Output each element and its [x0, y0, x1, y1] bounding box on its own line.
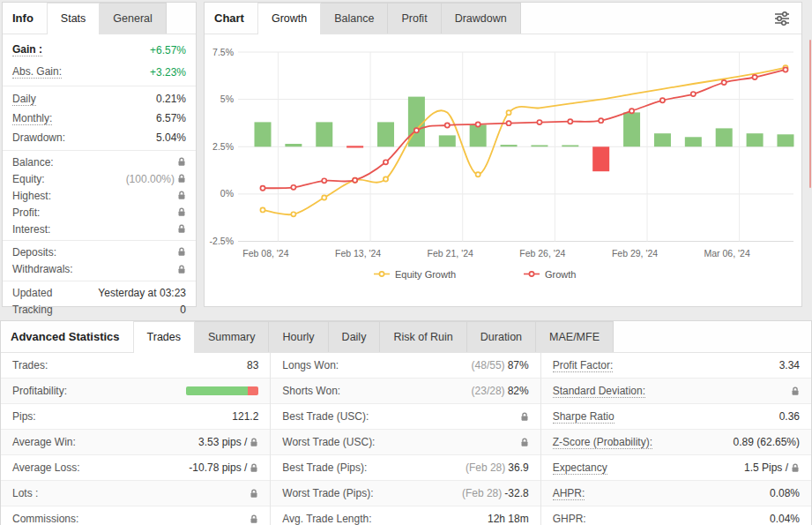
tab-growth[interactable]: Growth — [257, 3, 321, 34]
tab-general[interactable]: General — [99, 3, 166, 34]
stat-label[interactable]: Abs. Gain: — [12, 65, 62, 79]
svg-text:Feb 08, '24: Feb 08, '24 — [242, 248, 288, 259]
info-group: Daily0.21%Monthly:6.57%Drawdown:5.04% — [3, 86, 196, 150]
stat-value — [520, 438, 529, 447]
stat-value: 0.89 (62.65%) — [734, 436, 800, 448]
stat-row: Profitability: — [1, 379, 270, 404]
stat-value: 12h 18m — [488, 513, 529, 525]
legend-equity-growth: Equity Growth — [395, 269, 456, 280]
stat-label: Average Loss: — [12, 461, 80, 474]
info-group: Deposits:Withdrawals: — [3, 240, 196, 281]
stat-row: Daily0.21% — [3, 89, 196, 109]
stat-label: Lots : — [12, 487, 38, 499]
stat-value — [177, 247, 186, 257]
stat-value — [177, 265, 186, 274]
svg-text:Feb 29, '24: Feb 29, '24 — [612, 248, 658, 259]
svg-text:Feb 13, '24: Feb 13, '24 — [335, 248, 381, 259]
stat-value: Yesterday at 03:23 — [98, 287, 186, 299]
tab-risk-of-ruin[interactable]: Risk of Ruin — [379, 321, 466, 352]
lock-icon — [791, 386, 800, 396]
stat-label: Avg. Trade Length: — [282, 513, 371, 525]
tab-summary[interactable]: Summary — [194, 321, 269, 352]
tab-trades[interactable]: Trades — [133, 321, 195, 353]
stat-value — [250, 514, 258, 524]
stat-label: Equity: — [12, 173, 45, 185]
info-panel-title: Info — [3, 11, 48, 25]
stat-row: Sharpe Ratio0.36 — [541, 404, 811, 430]
stat-row: Worst Trade (USC): — [271, 430, 540, 455]
tab-profit[interactable]: Profit — [387, 3, 441, 34]
stat-value: 0 — [180, 304, 186, 316]
stat-label: Profitability: — [12, 385, 67, 397]
growth-chart-svg: 7.5%5%2.5%0%-2.5%Feb 08, '24Feb 13, '24F… — [205, 34, 801, 306]
daily-bar — [747, 133, 764, 146]
stat-value — [186, 386, 258, 395]
stat-label[interactable]: GHPR: — [553, 513, 586, 525]
stat-value: 83 — [247, 359, 258, 371]
tab-duration[interactable]: Duration — [466, 321, 536, 352]
svg-text:Mar 06, '24: Mar 06, '24 — [704, 248, 750, 259]
stat-label: Withdrawals: — [12, 263, 73, 275]
stat-row: Profit: — [3, 204, 196, 221]
stat-row: Abs. Gain:+3.23% — [3, 61, 196, 83]
stat-value: 121.2 — [232, 410, 258, 423]
daily-bar — [470, 124, 487, 146]
stat-label[interactable]: Expectancy — [553, 461, 607, 475]
stats-tabstrip: Advanced Statistics TradesSummaryHourlyD… — [1, 321, 811, 353]
stat-value: 0.21% — [156, 93, 186, 105]
stat-row: Highest: — [3, 187, 196, 204]
stat-label[interactable]: Profit Factor: — [553, 359, 614, 372]
stat-row: Gain :+6.57% — [3, 39, 196, 61]
lock-icon — [520, 438, 529, 447]
stat-value: (Feb 28) 36.9 — [466, 461, 529, 474]
chart-settings-icon[interactable] — [773, 11, 801, 26]
stat-row: Tracking0 — [3, 302, 196, 319]
info-tabstrip: Info StatsGeneral — [3, 3, 196, 34]
info-group: Gain :+6.57%Abs. Gain:+3.23% — [3, 34, 196, 86]
daily-bar — [439, 135, 456, 146]
tab-daily[interactable]: Daily — [328, 321, 381, 352]
tab-mae-mfe[interactable]: MAE/MFE — [535, 321, 614, 352]
chart-tabstrip: Chart GrowthBalanceProfitDrawdown — [205, 3, 801, 34]
stat-value: 0.36 — [779, 410, 800, 423]
svg-text:0%: 0% — [220, 188, 234, 199]
chart-panel-title: Chart — [205, 11, 258, 25]
svg-text:Feb 26, '24: Feb 26, '24 — [519, 248, 565, 259]
stat-row: Interest: — [3, 221, 196, 237]
stat-label[interactable]: Gain : — [12, 43, 42, 56]
stat-row: Deposits: — [3, 244, 196, 261]
stat-value: (23/28) 82% — [472, 385, 529, 397]
chart-panel: Chart GrowthBalanceProfitDrawdown 7.5%5%… — [204, 2, 802, 307]
stat-row: Equity:(100.00%) — [3, 170, 196, 187]
tab-stats[interactable]: Stats — [47, 3, 101, 34]
stat-label: Shorts Won: — [282, 385, 340, 397]
stat-row: Trades:83 — [1, 353, 270, 379]
stat-label: Average Win: — [12, 436, 76, 448]
stat-label[interactable]: Standard Deviation: — [553, 385, 645, 398]
legend-growth: Growth — [545, 269, 576, 280]
daily-bar — [716, 128, 733, 146]
stat-label[interactable]: Sharpe Ratio — [553, 410, 615, 424]
daily-bar — [623, 112, 640, 146]
stat-label[interactable]: Daily — [12, 93, 36, 106]
stat-label: Updated — [12, 287, 52, 299]
stat-row: Drawdown:5.04% — [3, 128, 196, 147]
stat-row: Best Trade (USC): — [271, 404, 540, 430]
stat-label[interactable]: Z-Score (Probability): — [553, 436, 652, 449]
tab-drawdown[interactable]: Drawdown — [441, 3, 521, 34]
lock-icon — [250, 489, 258, 499]
stat-label[interactable]: Monthly: — [12, 112, 52, 125]
chart-tabs: GrowthBalanceProfitDrawdown — [258, 3, 521, 34]
lock-icon — [177, 265, 186, 274]
svg-text:7.5%: 7.5% — [212, 47, 234, 57]
stat-label: Worst Trade (Pips): — [282, 487, 373, 499]
tab-balance[interactable]: Balance — [320, 3, 388, 34]
stat-label[interactable]: AHPR: — [553, 487, 585, 500]
stat-row: UpdatedYesterday at 03:23 — [3, 284, 196, 302]
tab-hourly[interactable]: Hourly — [268, 321, 328, 352]
daily-bar — [562, 146, 578, 147]
lock-icon — [177, 191, 186, 200]
stat-label: Longs Won: — [282, 359, 339, 371]
daily-bar — [592, 146, 609, 171]
daily-bar — [377, 122, 394, 146]
